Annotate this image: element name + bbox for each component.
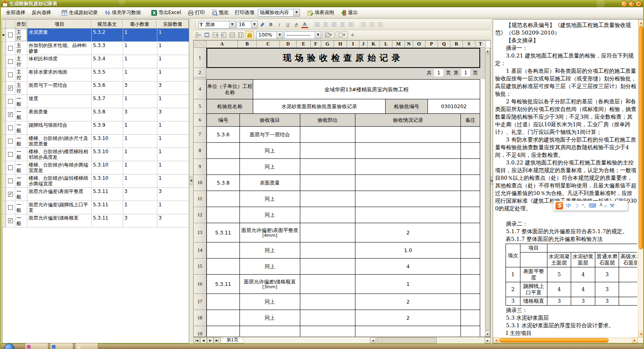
minimize-button[interactable]: –: [621, 1, 627, 7]
cell-inspect-item[interactable]: [240, 326, 300, 337]
scroll-down-icon[interactable]: ▼: [638, 331, 644, 337]
bold-button[interactable]: B: [267, 21, 275, 28]
scroll-right-icon[interactable]: ▶: [632, 338, 638, 343]
row-checkbox-cell[interactable]: [6, 29, 15, 41]
row-number[interactable]: 15: [194, 259, 206, 275]
align-right-button[interactable]: [339, 21, 346, 28]
underline-button[interactable]: U: [284, 21, 291, 28]
cell-note[interactable]: [461, 175, 480, 191]
select-all-corner[interactable]: [194, 41, 206, 47]
row-number[interactable]: 2: [194, 68, 206, 78]
vertical-text-button[interactable]: [360, 21, 367, 28]
cell-note[interactable]: [461, 143, 480, 159]
tab-first-button[interactable]: |◀: [193, 337, 200, 343]
cell-location[interactable]: [300, 294, 356, 310]
column-letter[interactable]: K: [367, 41, 380, 47]
table-row[interactable]: ▶ 主控 外加剂的技术性能、品种和掺量 5.3.3 1 1: [2, 42, 189, 55]
table-row[interactable]: ▶ 一般 楼梯、台阶踏步\踏步尺寸及面层质量 5.3.10 1 1: [2, 135, 189, 148]
row-number[interactable]: 16: [194, 275, 206, 294]
table-row[interactable]: ▶ 一般 坡度 5.3.7 1 1: [2, 95, 189, 108]
checkbox[interactable]: [8, 165, 13, 170]
scroll-thumb[interactable]: [639, 26, 643, 249]
cell-inspect-item[interactable]: 面层允许偏差\缝格顺直[3mm]: [240, 275, 300, 294]
row-checkbox-cell[interactable]: [6, 42, 15, 55]
col-type[interactable]: 类型: [15, 20, 27, 28]
zoom-combobox[interactable]: 100% ▼: [256, 31, 283, 39]
row-number[interactable]: 14: [194, 242, 206, 259]
cell-inspect-item[interactable]: 同上: [240, 294, 300, 310]
cell-record[interactable]: 2: [355, 223, 461, 242]
row-checkbox-cell[interactable]: [6, 148, 15, 161]
unmerge-cells-button[interactable]: [220, 31, 227, 39]
preview-button[interactable]: 预览: [208, 8, 231, 18]
cell-location[interactable]: [300, 223, 356, 242]
cell-clause-code[interactable]: [207, 259, 240, 275]
row-number[interactable]: 10: [194, 175, 206, 191]
regulation-horizontal-scrollbar[interactable]: ◀ ▶: [493, 337, 638, 343]
cell-record[interactable]: [355, 326, 461, 337]
doc-row[interactable]: 5.3.8 表面质量: [206, 175, 480, 191]
cell-inspect-item[interactable]: 同上: [240, 242, 300, 259]
cell-record[interactable]: 2: [355, 294, 461, 310]
row-checkbox-cell[interactable]: [6, 82, 15, 94]
regulation-vertical-scrollbar[interactable]: ▲ ▼: [638, 20, 644, 337]
column-letter[interactable]: C: [257, 41, 280, 47]
row-number[interactable]: 18: [194, 310, 206, 326]
close-button[interactable]: ×: [636, 1, 642, 7]
cell-record[interactable]: [355, 191, 461, 207]
fill-learning-button[interactable]: ½ 填充学习数据: [101, 8, 144, 18]
cell-record[interactable]: [355, 127, 461, 143]
invert-select-button[interactable]: 反向选择: [29, 8, 54, 18]
col-min-qty[interactable]: 最小数量: [123, 20, 157, 28]
italic-button[interactable]: I: [276, 21, 283, 28]
column-letter[interactable]: R: [450, 41, 463, 47]
merge-across-button[interactable]: [212, 31, 219, 39]
table-row[interactable]: ▶ 一般 面层允许偏差\表面平整度 5.3.11 3 3: [2, 188, 189, 201]
fill-color-button[interactable]: [293, 21, 300, 28]
row-number[interactable]: 9: [194, 159, 206, 175]
ime-skin-icon[interactable]: ⚒: [610, 201, 615, 210]
doc-row[interactable]: 同上: [206, 207, 480, 223]
cell-note[interactable]: [461, 191, 480, 207]
collapse-left-icon[interactable]: ◀: [190, 176, 192, 185]
cell-clause-code[interactable]: 5.3.11: [207, 275, 240, 294]
cell-note[interactable]: [461, 294, 480, 310]
col-item[interactable]: 项目: [27, 20, 91, 28]
row-number[interactable]: 13: [194, 223, 206, 242]
chevron-down-icon[interactable]: ▼: [315, 32, 321, 39]
row-number[interactable]: 11: [194, 191, 206, 207]
scroll-thumb[interactable]: [485, 54, 490, 331]
doc-row[interactable]: 同上: [206, 143, 480, 159]
lock-cell-button[interactable]: [246, 31, 254, 39]
sheet-body[interactable]: 1 2 4 5 6 78910111213141516171819 现场验收检查…: [194, 48, 485, 337]
cell-record[interactable]: 1.0: [355, 242, 461, 259]
doc-row[interactable]: 5.3.11 面层允许偏差\缝格顺直[3mm] 1: [206, 275, 480, 294]
scroll-left-icon[interactable]: ◀: [493, 338, 499, 343]
document-canvas[interactable]: 现场验收检查原始记录 共 1 页 第 1 页: [206, 48, 484, 337]
scroll-up-icon[interactable]: ▲: [485, 48, 490, 53]
cell-location[interactable]: [300, 191, 356, 207]
vertical-text-button[interactable]: [377, 21, 384, 28]
ime-user-icon[interactable]: ♟16: [599, 200, 607, 211]
cell-location[interactable]: [300, 175, 356, 191]
hide-content-combobox[interactable]: 隐藏验收内容 ▼: [258, 9, 300, 16]
line-style-combobox[interactable]: ▼: [284, 31, 321, 39]
checkbox[interactable]: [8, 86, 13, 90]
checkbox[interactable]: [8, 33, 13, 37]
row-number[interactable]: 5: [194, 99, 206, 114]
column-letter[interactable]: S: [463, 41, 475, 47]
column-letter[interactable]: Q: [438, 41, 450, 47]
spreadsheet[interactable]: ABCDEFGHIJKLMNOPQRST 1 2 4 5 6 789101112…: [193, 40, 491, 337]
cell-clause-code[interactable]: [207, 191, 240, 207]
crosshair-icon[interactable]: ✛: [349, 31, 356, 39]
scroll-thumb[interactable]: [500, 338, 609, 343]
cell-location[interactable]: [300, 159, 356, 175]
cell-location[interactable]: [300, 259, 356, 275]
checkbox[interactable]: [8, 192, 13, 197]
row-checkbox-cell[interactable]: [6, 55, 15, 68]
chevron-down-icon[interactable]: ▼: [293, 9, 299, 16]
cell-note[interactable]: [461, 223, 480, 242]
row-number[interactable]: 17: [194, 294, 206, 310]
row-checkbox-cell[interactable]: [6, 135, 15, 148]
doc-row[interactable]: 5.3.11 面层允许偏差\表面平整度[4mm] 2: [206, 223, 480, 242]
